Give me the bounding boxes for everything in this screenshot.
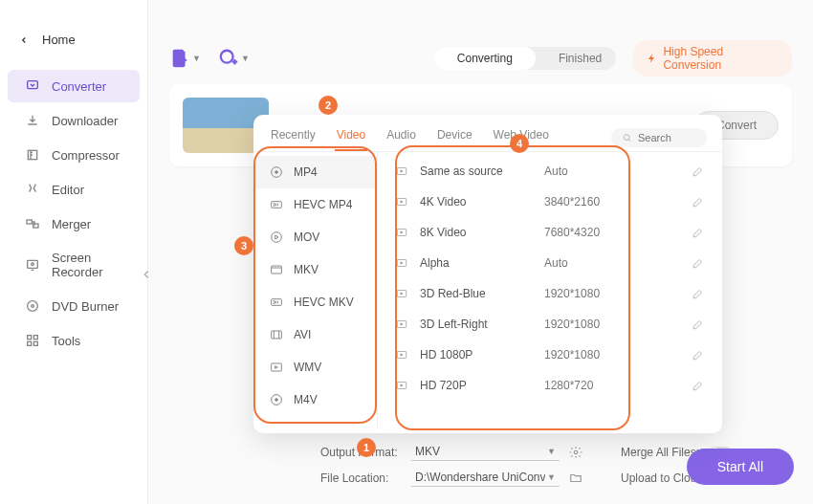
format-item[interactable]: MOV [253, 221, 377, 253]
resolution-label: HD 720P [420, 379, 544, 392]
resolution-value: 7680*4320 [544, 226, 640, 239]
play-icon [395, 226, 408, 239]
tab-converting[interactable]: Converting [434, 47, 536, 70]
svg-point-14 [221, 51, 233, 63]
sidebar-item-label: Merger [52, 217, 91, 231]
add-file-button[interactable]: ▼ [169, 48, 201, 69]
output-format-select[interactable]: MKV ▼ [411, 443, 560, 461]
home-label[interactable]: Home [42, 33, 76, 47]
back-icon[interactable] [19, 35, 29, 45]
resolution-item[interactable]: 3D Red-Blue 1920*1080 [378, 278, 722, 309]
sidebar-item-editor[interactable]: Editor [8, 173, 140, 206]
add-file-icon [169, 48, 190, 69]
format-label: HEVC MKV [294, 296, 354, 309]
edit-icon[interactable] [692, 164, 705, 178]
resolution-item[interactable]: HD 1080P 1920*1080 [378, 340, 722, 370]
resolution-label: 4K Video [420, 195, 544, 208]
format-label: WMV [294, 361, 321, 374]
format-icon [269, 197, 284, 212]
format-icon [269, 164, 284, 180]
resolution-item[interactable]: Alpha Auto [378, 248, 722, 278]
edit-icon[interactable] [692, 348, 705, 362]
sidebar-item-converter[interactable]: Converter [8, 70, 140, 102]
svg-rect-4 [27, 220, 32, 224]
settings-icon[interactable] [569, 446, 582, 459]
resolution-value: 1920*1080 [544, 318, 640, 331]
sidebar-item-label: Screen Recorder [52, 251, 122, 279]
start-all-button[interactable]: Start All [687, 449, 794, 485]
format-item[interactable]: M4V [253, 383, 377, 416]
file-location-label: File Location: [320, 471, 402, 485]
chevron-down-icon: ▼ [547, 472, 556, 482]
format-label: M4V [294, 393, 318, 406]
play-icon [395, 256, 408, 270]
resolution-item[interactable]: 8K Video 7680*4320 [378, 217, 722, 248]
format-item[interactable]: HEVC MP4 [253, 188, 377, 221]
edit-icon[interactable] [692, 256, 705, 270]
badge-2: 2 [319, 96, 338, 115]
panel-tab-device[interactable]: Device [435, 124, 474, 151]
sidebar-item-screenrecorder[interactable]: Screen Recorder [8, 242, 140, 288]
edit-icon[interactable] [692, 287, 705, 300]
edit-icon[interactable] [692, 195, 705, 208]
resolution-item[interactable]: 3D Left-Right 1920*1080 [378, 309, 722, 340]
svg-point-7 [32, 263, 34, 266]
tools-icon [25, 333, 40, 348]
svg-point-22 [272, 232, 282, 243]
svg-rect-11 [33, 336, 37, 340]
format-icon [269, 262, 284, 277]
add-url-icon [218, 48, 239, 69]
edit-icon[interactable] [692, 226, 705, 239]
resolution-value: 3840*2160 [544, 195, 640, 208]
format-item[interactable]: MP4 [253, 156, 377, 188]
sidebar-item-tools[interactable]: Tools [8, 324, 140, 357]
format-item[interactable]: WMV [253, 351, 377, 383]
play-icon [395, 287, 408, 300]
resolution-item[interactable]: Same as source Auto [378, 156, 722, 186]
add-url-button[interactable]: ▼ [218, 48, 250, 69]
sidebar-item-label: Downloader [52, 114, 118, 128]
panel-tab-video[interactable]: Video [335, 124, 367, 151]
svg-point-20 [275, 171, 278, 174]
format-item[interactable]: HEVC MKV [253, 286, 377, 318]
file-location-select[interactable]: D:\Wondershare UniConverter 1 ▼ [411, 469, 560, 487]
format-item[interactable]: MKV [253, 253, 377, 286]
svg-point-28 [275, 399, 278, 402]
edit-icon[interactable] [692, 318, 705, 331]
tab-finished[interactable]: Finished [536, 47, 616, 70]
chevron-down-icon: ▼ [547, 447, 556, 456]
resolution-item[interactable]: HD 720P 1280*720 [378, 370, 722, 401]
merger-icon [25, 216, 40, 231]
play-icon [395, 164, 408, 178]
resolution-value: Auto [544, 164, 640, 178]
svg-rect-6 [28, 260, 38, 268]
resolution-item[interactable]: 4K Video 3840*2160 [378, 186, 722, 217]
sidebar-item-dvdburner[interactable]: DVD Burner [8, 290, 140, 322]
sidebar-item-merger[interactable]: Merger [8, 208, 140, 240]
sidebar-item-compressor[interactable]: Compressor [8, 139, 140, 171]
play-icon [395, 195, 408, 208]
svg-rect-21 [272, 202, 282, 208]
folder-icon[interactable] [569, 471, 582, 485]
resolution-label: Same as source [420, 164, 544, 178]
sidebar-item-label: Compressor [52, 148, 120, 163]
format-label: HEVC MP4 [294, 198, 352, 211]
panel-tab-recently[interactable]: Recently [269, 124, 318, 151]
play-icon [395, 379, 408, 392]
sidebar-item-label: DVD Burner [52, 299, 119, 314]
search-icon [623, 133, 632, 143]
edit-icon[interactable] [692, 379, 705, 392]
badge-3: 3 [234, 236, 253, 255]
svg-rect-10 [28, 336, 32, 340]
format-item[interactable]: AVI [253, 318, 377, 351]
search-input[interactable] [638, 132, 695, 143]
high-speed-conversion-button[interactable]: High Speed Conversion [633, 40, 792, 77]
sidebar-item-label: Tools [52, 334, 80, 348]
search-box[interactable] [611, 128, 707, 147]
svg-rect-25 [272, 331, 282, 339]
sidebar-item-downloader[interactable]: Downloader [8, 104, 140, 137]
sidebar-item-label: Editor [52, 183, 84, 197]
downloader-icon [25, 113, 40, 128]
panel-tab-audio[interactable]: Audio [385, 124, 418, 151]
badge-1: 1 [357, 438, 376, 457]
